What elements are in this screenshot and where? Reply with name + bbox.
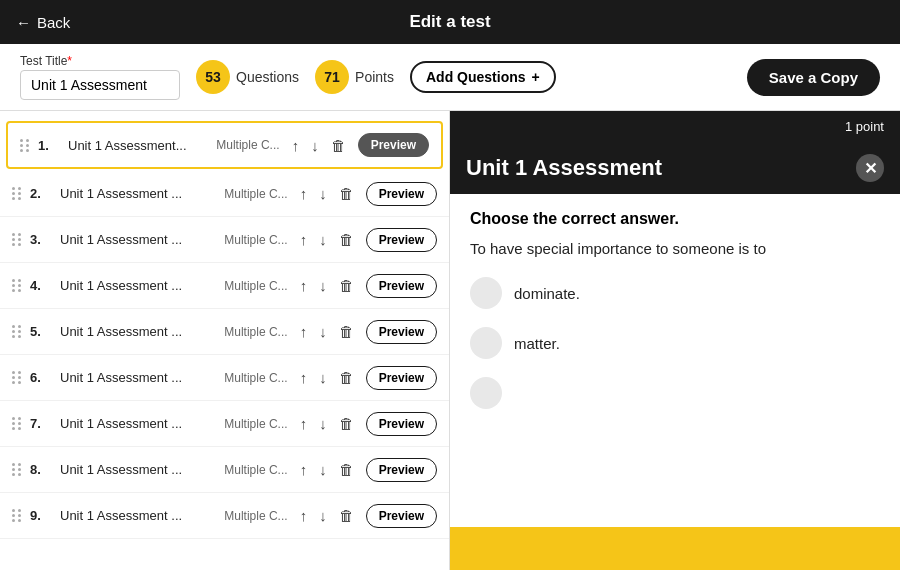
move-down-button[interactable]: ↓: [315, 275, 331, 296]
drag-handle[interactable]: [12, 509, 22, 522]
delete-button[interactable]: 🗑: [335, 413, 358, 434]
question-title: Unit 1 Assessment ...: [60, 462, 216, 477]
drag-handle[interactable]: [12, 463, 22, 476]
question-item[interactable]: 6. Unit 1 Assessment ... Multiple C... ↑…: [0, 355, 449, 401]
preview-button[interactable]: Preview: [366, 412, 437, 436]
drag-handle[interactable]: [12, 371, 22, 384]
question-item[interactable]: 7. Unit 1 Assessment ... Multiple C... ↑…: [0, 401, 449, 447]
main-content: 1. Unit 1 Assessment... Multiple C... ↑ …: [0, 111, 900, 570]
delete-button[interactable]: 🗑: [335, 367, 358, 388]
questions-list: 1. Unit 1 Assessment... Multiple C... ↑ …: [0, 111, 450, 570]
question-type: Multiple C...: [224, 463, 287, 477]
delete-button[interactable]: 🗑: [335, 275, 358, 296]
back-arrow-icon: ←: [16, 14, 31, 31]
question-item[interactable]: 9. Unit 1 Assessment ... Multiple C... ↑…: [0, 493, 449, 539]
delete-button[interactable]: 🗑: [335, 229, 358, 250]
question-title: Unit 1 Assessment...: [68, 138, 208, 153]
action-icons: ↑ ↓ 🗑: [296, 229, 358, 250]
answer-option: [470, 377, 880, 409]
preview-button[interactable]: Preview: [366, 320, 437, 344]
add-questions-label: Add Questions: [426, 69, 526, 85]
question-item[interactable]: 4. Unit 1 Assessment ... Multiple C... ↑…: [0, 263, 449, 309]
question-title: Unit 1 Assessment ...: [60, 278, 216, 293]
plus-icon: +: [532, 69, 540, 85]
drag-handle[interactable]: [12, 279, 22, 292]
points-count-group: 71 Points: [315, 60, 394, 94]
drag-handle[interactable]: [12, 417, 22, 430]
question-type: Multiple C...: [224, 187, 287, 201]
move-down-button[interactable]: ↓: [315, 367, 331, 388]
preview-header: Unit 1 Assessment ✕: [450, 142, 900, 194]
question-number: 2.: [30, 186, 52, 201]
move-up-button[interactable]: ↑: [296, 275, 312, 296]
questions-label: Questions: [236, 69, 299, 85]
action-icons: ↑ ↓ 🗑: [296, 505, 358, 526]
preview-button[interactable]: Preview: [366, 182, 437, 206]
answer-text: dominate.: [514, 285, 580, 302]
questions-count-group: 53 Questions: [196, 60, 299, 94]
save-copy-button[interactable]: Save a Copy: [747, 59, 880, 96]
move-down-button[interactable]: ↓: [315, 229, 331, 250]
delete-button[interactable]: 🗑: [335, 505, 358, 526]
question-item[interactable]: 5. Unit 1 Assessment ... Multiple C... ↑…: [0, 309, 449, 355]
action-icons: ↑ ↓ 🗑: [296, 275, 358, 296]
points-badge: 71: [315, 60, 349, 94]
preview-button[interactable]: Preview: [366, 274, 437, 298]
question-item[interactable]: 8. Unit 1 Assessment ... Multiple C... ↑…: [0, 447, 449, 493]
delete-button[interactable]: 🗑: [335, 321, 358, 342]
move-up-button[interactable]: ↑: [296, 367, 312, 388]
questions-badge: 53: [196, 60, 230, 94]
answer-option: dominate.: [470, 277, 880, 309]
preview-button[interactable]: Preview: [366, 504, 437, 528]
move-up-button[interactable]: ↑: [288, 135, 304, 156]
preview-close-button[interactable]: ✕: [856, 154, 884, 182]
question-item[interactable]: 1. Unit 1 Assessment... Multiple C... ↑ …: [6, 121, 443, 169]
move-up-button[interactable]: ↑: [296, 413, 312, 434]
action-icons: ↑ ↓ 🗑: [296, 459, 358, 480]
drag-handle[interactable]: [12, 187, 22, 200]
page-title: Edit a test: [409, 12, 490, 32]
delete-button[interactable]: 🗑: [335, 183, 358, 204]
question-type: Multiple C...: [224, 233, 287, 247]
question-number: 3.: [30, 232, 52, 247]
preview-button[interactable]: Preview: [366, 228, 437, 252]
move-down-button[interactable]: ↓: [315, 459, 331, 480]
move-down-button[interactable]: ↓: [315, 505, 331, 526]
preview-button[interactable]: Preview: [366, 458, 437, 482]
delete-button[interactable]: 🗑: [335, 459, 358, 480]
preview-button[interactable]: Preview: [358, 133, 429, 157]
radio-circle[interactable]: [470, 327, 502, 359]
drag-handle[interactable]: [12, 233, 22, 246]
question-title: Unit 1 Assessment ...: [60, 508, 216, 523]
toolbar: Test Title* 53 Questions 71 Points Add Q…: [0, 44, 900, 111]
preview-button[interactable]: Preview: [366, 366, 437, 390]
question-item[interactable]: 3. Unit 1 Assessment ... Multiple C... ↑…: [0, 217, 449, 263]
question-type: Multiple C...: [216, 138, 279, 152]
move-up-button[interactable]: ↑: [296, 321, 312, 342]
move-down-button[interactable]: ↓: [315, 183, 331, 204]
drag-handle[interactable]: [12, 325, 22, 338]
move-down-button[interactable]: ↓: [315, 413, 331, 434]
move-up-button[interactable]: ↑: [296, 229, 312, 250]
move-up-button[interactable]: ↑: [296, 505, 312, 526]
move-up-button[interactable]: ↑: [296, 459, 312, 480]
test-title-input[interactable]: [20, 70, 180, 100]
question-type: Multiple C...: [224, 371, 287, 385]
move-down-button[interactable]: ↓: [307, 135, 323, 156]
radio-circle[interactable]: [470, 377, 502, 409]
add-questions-button[interactable]: Add Questions +: [410, 61, 556, 93]
move-down-button[interactable]: ↓: [315, 321, 331, 342]
question-number: 1.: [38, 138, 60, 153]
question-number: 8.: [30, 462, 52, 477]
question-item[interactable]: 2. Unit 1 Assessment ... Multiple C... ↑…: [0, 171, 449, 217]
back-button[interactable]: ← Back: [16, 14, 70, 31]
preview-instruction: Choose the correct answer.: [470, 210, 880, 228]
action-icons: ↑ ↓ 🗑: [296, 321, 358, 342]
question-number: 6.: [30, 370, 52, 385]
delete-button[interactable]: 🗑: [327, 135, 350, 156]
back-label: Back: [37, 14, 70, 31]
answer-options: dominate. matter.: [470, 277, 880, 409]
move-up-button[interactable]: ↑: [296, 183, 312, 204]
radio-circle[interactable]: [470, 277, 502, 309]
drag-handle[interactable]: [20, 139, 30, 152]
